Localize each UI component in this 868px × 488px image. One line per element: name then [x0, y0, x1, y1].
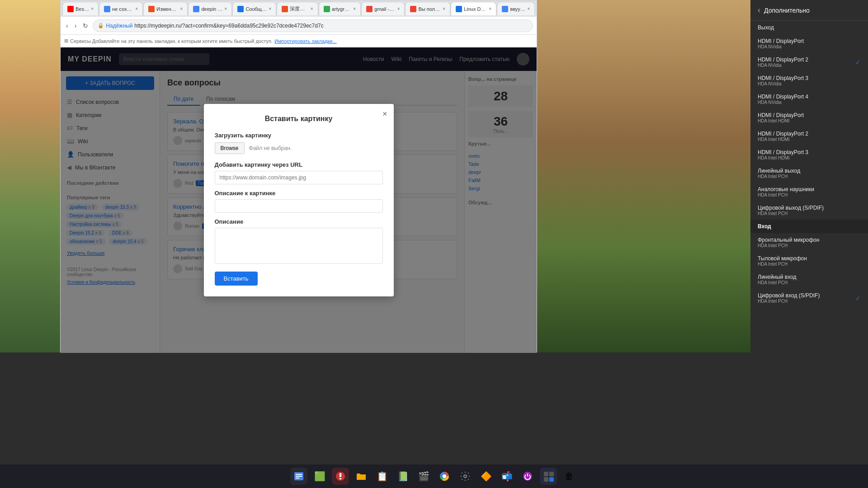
- audio-hdmi-intel-title: HDMI / DisplayPort: [758, 112, 804, 118]
- audio-item-spdif-out[interactable]: Цифровой выход (S/PDIF) HDA Intel PCH: [750, 201, 868, 220]
- audio-item-hdmi-dp[interactable]: HDMI / DisplayPort HDA NVidia: [750, 34, 868, 53]
- tab-close-1[interactable]: ×: [91, 6, 94, 11]
- taskbar-icon-chrome[interactable]: [436, 468, 453, 485]
- audio-hdmi-dp-title: HDMI / DisplayPort: [758, 38, 804, 44]
- tab-title-7: artygrand...: [332, 6, 352, 12]
- audio-rear-mic-sub: HDA Intel PCH: [758, 262, 807, 267]
- taskbar-icon-book[interactable]: 📗: [394, 468, 411, 485]
- tab-close-9[interactable]: ×: [443, 6, 445, 11]
- audio-hdmi-intel2-sub: HDA Intel HDMI: [758, 137, 808, 142]
- audio-hdmi-intel3-sub: HDA Intel HDMI: [758, 155, 808, 160]
- upload-row: Browse Файл не выбран.: [215, 142, 383, 154]
- tab-8[interactable]: gmail - По... ×: [361, 2, 405, 15]
- taskbar-icon-red[interactable]: [332, 468, 349, 485]
- tab-close-5[interactable]: ×: [269, 6, 272, 11]
- audio-item-line-in[interactable]: Линейный вход HDA Intel PCH: [750, 270, 868, 289]
- audio-item-hdmi-dp3[interactable]: HDMI / DisplayPort 3 HDA NVidia: [750, 71, 868, 90]
- audio-hdmi-dp2-sub: HDA NVidia: [758, 63, 808, 68]
- back-button[interactable]: ‹: [64, 21, 70, 30]
- audio-item-line-out[interactable]: Линейный выход HDA Intel PCH: [750, 164, 868, 183]
- address-field[interactable]: 🔒 Надёжный https://mydeepin.ru/?act=conf…: [93, 19, 533, 32]
- audio-input-section-header: Вход: [750, 220, 868, 233]
- audio-headphones-sub: HDA Intel PCH: [758, 192, 814, 197]
- audio-panel-back-button[interactable]: ‹: [758, 5, 760, 15]
- audio-spdif-in-title: Цифровой вход (S/PDIF): [758, 292, 820, 299]
- audio-hdmi-intel3-title: HDMI / DisplayPort 3: [758, 149, 808, 155]
- desktop-background-left: [0, 0, 60, 352]
- tab-favicon-6: [282, 6, 288, 12]
- tab-11[interactable]: ввуушт... ×: [497, 2, 535, 15]
- taskbar-icon-files[interactable]: [290, 468, 307, 485]
- taskbar-icon-clipboard[interactable]: 📋: [373, 468, 391, 485]
- tab-close-10[interactable]: ×: [489, 6, 492, 11]
- address-trust: Надёжный: [106, 23, 132, 29]
- tab-7[interactable]: artygrand... ×: [319, 2, 361, 15]
- audio-hdmi-dp4-sub: HDA NVidia: [758, 100, 808, 105]
- tab-close-8[interactable]: ×: [397, 6, 400, 11]
- tab-10[interactable]: Linux Deep... ×: [451, 2, 496, 15]
- tab-title-2: не сохран...: [112, 6, 133, 12]
- audio-panel: ‹ Дополнительно Выход HDMI / DisplayPort…: [750, 0, 868, 352]
- reload-button[interactable]: ↻: [81, 21, 90, 30]
- file-label: Файл не выбран.: [249, 145, 292, 151]
- upload-section-label: Загрузить картинку: [215, 132, 383, 139]
- taskbar-icon-folder[interactable]: [353, 468, 370, 485]
- audio-item-spdif-in[interactable]: Цифровой вход (S/PDIF) HDA Intel PCH ✓: [750, 289, 868, 307]
- modal-overlay[interactable]: × Вставить картинку Загрузить картинку B…: [61, 47, 537, 353]
- description-textarea[interactable]: [215, 228, 383, 264]
- svg-point-8: [443, 474, 446, 478]
- tab-9[interactable]: Вы получи... ×: [405, 2, 450, 15]
- forward-button[interactable]: ›: [73, 21, 79, 30]
- lock-icon: 🔒: [98, 23, 104, 28]
- taskbar-icon-settings[interactable]: [457, 468, 474, 485]
- audio-front-mic-sub: HDA Intel PCH: [758, 243, 819, 248]
- tab-close-11[interactable]: ×: [527, 6, 530, 11]
- url-section-label: Добавить картинку через URL: [215, 161, 383, 168]
- browse-button[interactable]: Browse: [215, 142, 245, 154]
- tab-close-2[interactable]: ×: [135, 6, 138, 11]
- tab-title-8: gmail - По...: [374, 6, 396, 12]
- taskbar-icon-orange[interactable]: 🔶: [477, 468, 495, 485]
- tab-favicon-8: [366, 6, 373, 12]
- audio-check-spdif-in: ✓: [855, 295, 861, 302]
- audio-item-rear-mic[interactable]: Тыловой микрофон HDA Intel PCH: [750, 252, 868, 270]
- page-content: MY DEEPIN Новости Wiki Пакеты и Релизы П…: [61, 47, 537, 353]
- tab-6[interactable]: 深度科技... ×: [277, 2, 318, 15]
- taskbar-icon-video[interactable]: 🎬: [415, 468, 432, 485]
- tab-3[interactable]: Изменяем... ×: [143, 2, 188, 15]
- audio-exit-title: Выход: [758, 24, 774, 31]
- tab-5[interactable]: Сообщест... ×: [232, 2, 276, 15]
- audio-item-hdmi-dp4[interactable]: HDMI / DisplayPort 4 HDA NVidia: [750, 90, 868, 108]
- tab-2[interactable]: не сохран... ×: [99, 2, 143, 15]
- tab-4[interactable]: deepin - П... ×: [188, 2, 232, 15]
- modal-close-button[interactable]: ×: [382, 109, 387, 119]
- tab-close-7[interactable]: ×: [353, 6, 356, 11]
- tab-title-5: Сообщест...: [245, 6, 267, 12]
- audio-hdmi-dp-sub: HDA NVidia: [758, 44, 804, 49]
- audio-item-headphones[interactable]: Аналоговые наушники HDA Intel PCH: [750, 183, 868, 201]
- insert-button[interactable]: Вставить: [215, 272, 258, 286]
- taskbar-icon-trash[interactable]: 🗑: [561, 468, 578, 485]
- audio-item-hdmi-intel2[interactable]: HDMI / DisplayPort 2 HDA Intel HDMI: [750, 127, 868, 145]
- taskbar-icon-green[interactable]: 🟩: [311, 468, 328, 485]
- tab-close-6[interactable]: ×: [311, 6, 313, 11]
- taskbar-icon-numbers[interactable]: [540, 468, 557, 485]
- tab-close-3[interactable]: ×: [180, 6, 183, 11]
- audio-item-front-mic[interactable]: Фронтальный микрофон HDA Intel PCH: [750, 233, 868, 252]
- audio-front-mic-title: Фронтальный микрофон: [758, 237, 819, 243]
- bookmarks-bar: ⊞ Сервисы Добавляйте на эту панель закла…: [61, 35, 537, 47]
- bookmarks-import-link[interactable]: Импортировать закладки...: [274, 38, 336, 44]
- caption-input[interactable]: [215, 199, 383, 213]
- url-input[interactable]: [215, 171, 383, 184]
- tab-1[interactable]: Best of | ×: [62, 2, 99, 15]
- audio-item-hdmi-intel[interactable]: HDMI / DisplayPort HDA Intel HDMI: [750, 108, 868, 127]
- audio-hdmi-intel2-title: HDMI / DisplayPort 2: [758, 131, 808, 137]
- tab-title-9: Вы получи...: [418, 6, 441, 12]
- taskbar-icon-mail[interactable]: 📬: [498, 468, 515, 485]
- audio-item-exit[interactable]: Выход: [750, 21, 868, 34]
- tab-close-4[interactable]: ×: [225, 6, 227, 11]
- audio-item-hdmi-intel3[interactable]: HDMI / DisplayPort 3 HDA Intel HDMI: [750, 145, 868, 164]
- taskbar-icon-purple-power[interactable]: [519, 468, 536, 485]
- audio-item-hdmi-dp2[interactable]: HDMI / DisplayPort 2 HDA NVidia ✓: [750, 53, 868, 71]
- tab-favicon-1: [67, 6, 74, 12]
